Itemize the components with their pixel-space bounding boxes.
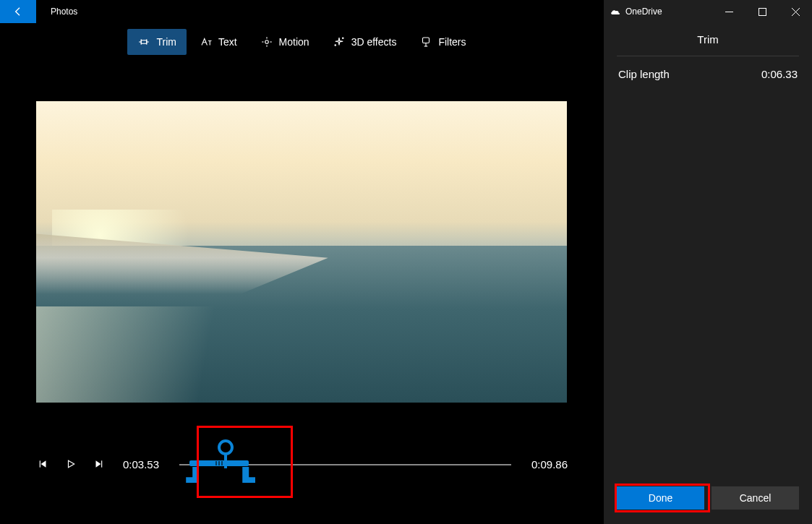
editor-toolbar: Trim Text Motion 3D effects Filters (0, 27, 604, 56)
trim-icon (137, 35, 150, 48)
motion-icon (260, 35, 273, 48)
panel-footer: Done Cancel (604, 476, 812, 524)
app-title: Photos (51, 7, 77, 17)
clip-length-value: 0:06.33 (761, 68, 798, 80)
tab-text-label: Text (218, 36, 237, 48)
play-icon (66, 459, 76, 469)
playhead[interactable] (218, 439, 234, 455)
cancel-button[interactable]: Cancel (711, 486, 799, 510)
tab-motion[interactable]: Motion (250, 29, 320, 55)
panel-heading: Trim (604, 23, 812, 56)
side-app-name: OneDrive (625, 7, 662, 17)
minimize-button[interactable] (712, 0, 745, 23)
maximize-icon (758, 8, 766, 16)
step-forward-icon (93, 459, 103, 469)
tab-filters-label: Filters (438, 36, 466, 48)
trim-end-handle[interactable] (242, 467, 255, 483)
main-editor-area: Photos Trim Text Motion 3D effects Filte… (0, 0, 604, 524)
video-preview[interactable] (36, 101, 567, 403)
text-icon (200, 35, 213, 48)
trim-timeline[interactable] (179, 463, 511, 465)
onedrive-icon (610, 7, 621, 16)
close-icon (792, 8, 800, 16)
clip-length-label: Clip length (618, 68, 670, 80)
titlebar: Photos (0, 0, 604, 23)
svg-marker-17 (69, 460, 74, 467)
tab-trim[interactable]: Trim (127, 29, 186, 55)
svg-marker-15 (41, 460, 46, 467)
tab-trim-label: Trim (156, 36, 176, 48)
total-duration: 0:09.86 (531, 458, 568, 471)
side-titlebar: OneDrive (604, 0, 812, 23)
svg-rect-16 (40, 460, 40, 467)
tab-filters[interactable]: Filters (409, 29, 476, 55)
play-button[interactable] (64, 457, 78, 471)
side-panel: OneDrive Trim Clip length 0:06.33 Done C… (604, 0, 812, 524)
svg-point-5 (265, 40, 268, 44)
cancel-button-label: Cancel (740, 492, 772, 504)
tab-3d-effects-label: 3D effects (351, 36, 397, 48)
tab-motion-label: Motion (279, 36, 309, 48)
done-button[interactable]: Done (617, 486, 704, 510)
back-button[interactable] (0, 0, 36, 23)
clip-length-row: Clip length 0:06.33 (604, 56, 812, 92)
done-button-label: Done (649, 492, 672, 504)
maximize-button[interactable] (745, 0, 779, 23)
svg-point-10 (342, 38, 343, 39)
close-button[interactable] (779, 0, 812, 23)
tab-3d-effects[interactable]: 3D effects (322, 29, 407, 55)
sparkle-icon (333, 35, 346, 48)
svg-point-11 (335, 45, 336, 46)
step-back-icon (38, 459, 48, 469)
svg-rect-12 (423, 38, 429, 43)
svg-marker-18 (96, 460, 101, 467)
filters-icon (419, 35, 432, 48)
window-controls (712, 0, 812, 23)
svg-rect-19 (101, 460, 102, 467)
step-forward-button[interactable] (91, 457, 106, 471)
arrow-left-icon (12, 6, 24, 17)
playback-controls: 0:03.53 0:09.86 (36, 457, 568, 471)
step-back-button[interactable] (36, 457, 51, 471)
tab-text[interactable]: Text (189, 29, 247, 55)
trim-start-handle[interactable] (186, 467, 199, 483)
video-sea-glare (36, 306, 275, 403)
current-time: 0:03.53 (123, 458, 159, 471)
svg-rect-0 (142, 40, 148, 44)
svg-rect-21 (758, 8, 766, 15)
minimize-icon (725, 8, 733, 16)
